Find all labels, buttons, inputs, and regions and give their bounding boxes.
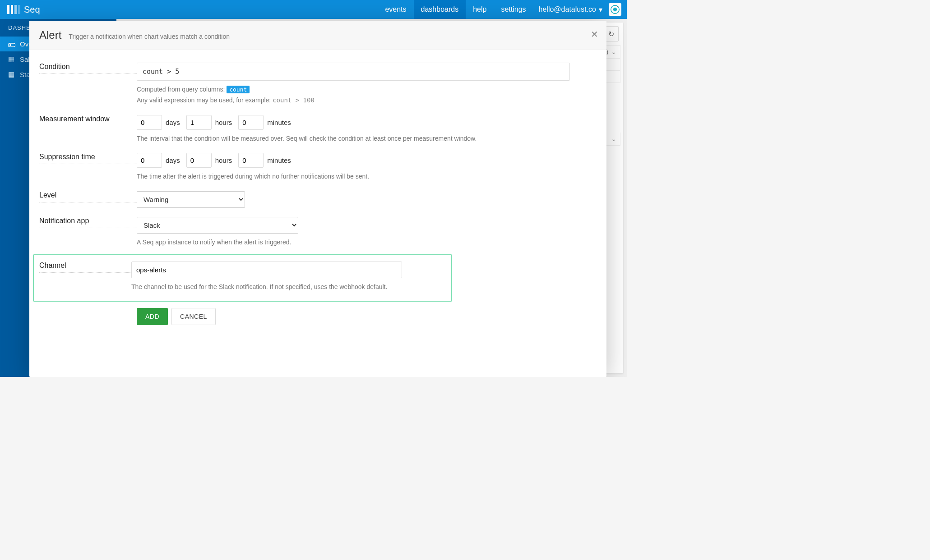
suppression-days-input[interactable] <box>137 153 162 168</box>
condition-hint: Computed from query columns: count Any v… <box>137 84 570 106</box>
app-hint: A Seq app instance to notify when the al… <box>137 237 570 248</box>
label-app: Notification app <box>39 217 137 228</box>
unit-minutes: minutes <box>267 156 291 164</box>
measurement-hours-input[interactable] <box>186 115 212 130</box>
measurement-hint: The interval that the condition will be … <box>137 133 570 144</box>
nav-dashboards[interactable]: dashboards <box>414 0 466 19</box>
label-measurement: Measurement window <box>39 115 137 126</box>
channel-input[interactable] <box>131 262 402 278</box>
caret-down-icon: ▾ <box>599 5 602 14</box>
nav-events[interactable]: events <box>378 0 413 19</box>
nav-settings[interactable]: settings <box>494 0 533 19</box>
label-condition: Condition <box>39 63 137 74</box>
svg-point-1 <box>613 8 617 11</box>
unit-hours: hours <box>215 119 232 126</box>
dashboard-icon <box>8 41 15 47</box>
suppression-minutes-input[interactable] <box>238 153 264 168</box>
suppression-hours-input[interactable] <box>186 153 212 168</box>
topnav: events dashboards help settings hello@da… <box>378 0 627 19</box>
channel-highlight: Channel The channel to be used for the S… <box>33 254 452 302</box>
grid-icon: ▦ <box>8 55 15 63</box>
modal-backdrop: Alert Trigger a notification when chart … <box>27 21 609 377</box>
cancel-button[interactable]: CANCEL <box>171 308 216 325</box>
row-channel: Channel The channel to be used for the S… <box>39 260 446 294</box>
modal-header: Alert Trigger a notification when chart … <box>29 21 606 50</box>
avatar <box>609 3 621 16</box>
hint-text: Computed from query columns: <box>137 86 227 93</box>
notification-app-select[interactable]: Slack <box>137 217 298 234</box>
column-tag: count <box>227 86 250 93</box>
modal-title: Alert <box>39 29 61 41</box>
svg-rect-2 <box>617 6 618 7</box>
condition-input[interactable] <box>137 63 570 81</box>
chevron-down-icon: ⌄ <box>611 48 616 55</box>
svg-point-4 <box>9 44 11 46</box>
modal-body: Condition Computed from query columns: c… <box>29 50 606 335</box>
channel-hint: The channel to be used for the Slack not… <box>131 282 446 293</box>
add-button[interactable]: ADD <box>137 308 168 325</box>
nav-help[interactable]: help <box>466 0 494 19</box>
user-menu[interactable]: hello@datalust.co ▾ <box>533 0 627 19</box>
label-suppression: Suppression time <box>39 153 137 164</box>
row-suppression: Suppression time days hours minutes The … <box>39 148 597 187</box>
measurement-days-input[interactable] <box>137 115 162 130</box>
svg-rect-3 <box>8 43 15 47</box>
reload-icon: ↻ <box>608 30 614 38</box>
logo-text: Seq <box>24 5 40 15</box>
row-measurement: Measurement window days hours minutes Th… <box>39 110 597 149</box>
label-channel: Channel <box>39 262 131 273</box>
row-condition: Condition Computed from query columns: c… <box>39 58 597 110</box>
level-select[interactable]: Warning <box>137 191 245 208</box>
unit-days: days <box>166 156 180 164</box>
suppression-hint: The time after the alert is triggered du… <box>137 171 570 182</box>
user-email: hello@datalust.co <box>539 5 596 14</box>
row-level: Level Warning <box>39 187 597 212</box>
modal-subtitle: Trigger a notification when chart values… <box>69 33 230 40</box>
button-row: ADD CANCEL <box>39 308 597 325</box>
logo[interactable]: Seq <box>0 5 47 15</box>
logo-bars-icon <box>7 5 20 14</box>
chevron-down-icon: ⌄ <box>611 135 616 142</box>
topbar: Seq events dashboards help settings hell… <box>0 0 627 19</box>
unit-minutes: minutes <box>267 119 291 126</box>
close-icon[interactable]: ✕ <box>591 29 598 40</box>
label-level: Level <box>39 191 137 202</box>
grid-icon: ▦ <box>8 70 15 78</box>
measurement-minutes-input[interactable] <box>238 115 264 130</box>
unit-hours: hours <box>215 156 232 164</box>
alert-modal: Alert Trigger a notification when chart … <box>29 21 606 377</box>
hint-example: count > 100 <box>273 96 315 104</box>
row-app: Notification app Slack A Seq app instanc… <box>39 212 597 252</box>
unit-days: days <box>166 119 180 126</box>
hint-text: Any valid expression may be used, for ex… <box>137 96 273 104</box>
